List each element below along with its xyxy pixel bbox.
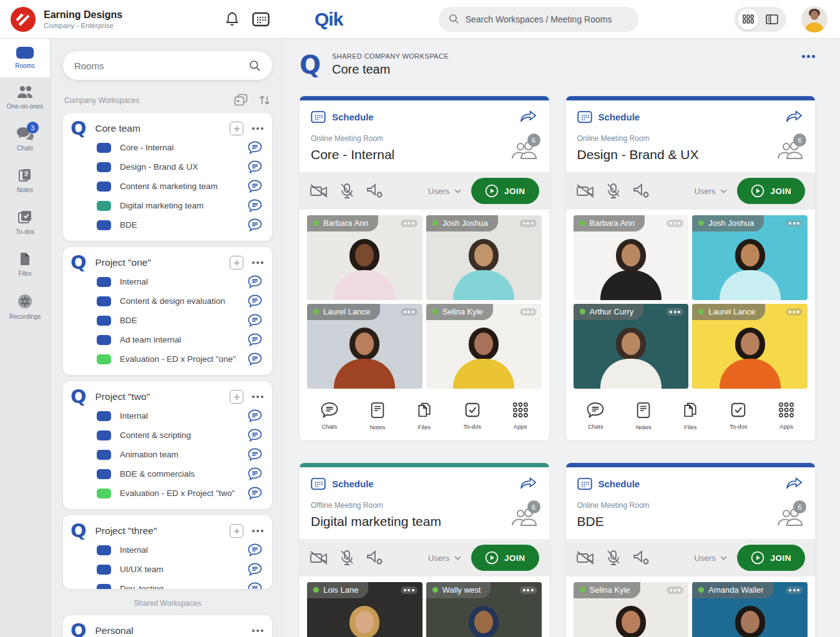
join-button[interactable]: JOIN xyxy=(471,545,539,571)
workspace-name[interactable]: Project "two" xyxy=(95,391,230,402)
room-row[interactable]: BDE & commercials xyxy=(71,464,263,484)
join-button[interactable]: JOIN xyxy=(737,545,805,571)
workspace-header-more-menu[interactable] xyxy=(793,52,815,61)
room-notes-button[interactable]: Notes xyxy=(369,402,385,430)
tile-more-menu[interactable] xyxy=(786,308,803,316)
room-row[interactable]: Internal xyxy=(71,540,263,560)
room-chat-icon[interactable] xyxy=(248,353,262,366)
room-row[interactable]: BDE xyxy=(71,311,263,330)
room-chat-icon[interactable] xyxy=(248,294,262,308)
workspace-more-menu[interactable] xyxy=(243,125,263,132)
add-room-button[interactable] xyxy=(230,390,243,404)
nav-item-one-on-ones[interactable]: One-on-ones xyxy=(0,77,50,118)
room-chat-icon[interactable] xyxy=(248,563,262,576)
room-files-button[interactable]: Files xyxy=(682,402,698,430)
users-dropdown[interactable]: Users xyxy=(428,553,461,563)
schedule-button[interactable]: Schedule xyxy=(311,477,519,490)
room-row[interactable]: Evaluation - ED x Project "one" xyxy=(71,349,263,369)
share-room-icon[interactable] xyxy=(785,476,804,491)
users-dropdown[interactable]: Users xyxy=(695,187,728,196)
mic-off-icon[interactable] xyxy=(606,183,621,199)
workspace-more-menu[interactable] xyxy=(243,393,263,401)
camera-off-icon[interactable] xyxy=(576,550,595,565)
users-dropdown[interactable]: Users xyxy=(428,187,461,196)
tile-more-menu[interactable] xyxy=(401,308,418,316)
add-room-button[interactable] xyxy=(230,524,243,538)
notifications-bell-icon[interactable] xyxy=(225,11,240,27)
room-row[interactable]: Design - Brand & UX xyxy=(71,157,263,177)
tile-more-menu[interactable] xyxy=(520,220,537,227)
workspace-more-menu[interactable] xyxy=(243,627,263,635)
share-room-icon[interactable] xyxy=(785,109,804,124)
room-chats-button[interactable]: Chats xyxy=(320,402,339,430)
nav-item-notes[interactable]: Notes xyxy=(0,160,50,202)
participants-indicator[interactable]: 6 xyxy=(510,507,538,529)
schedule-button[interactable]: Schedule xyxy=(577,110,786,124)
workspace-name[interactable]: Project "three" xyxy=(95,525,230,537)
participants-indicator[interactable]: 6 xyxy=(510,140,538,162)
room-chat-icon[interactable] xyxy=(248,141,262,154)
workspace-name[interactable]: Personal xyxy=(95,625,243,636)
tile-more-menu[interactable] xyxy=(786,220,803,227)
workspace-name[interactable]: Core team xyxy=(95,123,230,134)
camera-off-icon[interactable] xyxy=(310,183,328,198)
participants-indicator[interactable]: 6 xyxy=(776,140,804,162)
room-chat-icon[interactable] xyxy=(248,180,262,193)
grid-view-button[interactable] xyxy=(738,9,759,30)
workspace-more-menu[interactable] xyxy=(243,259,263,266)
tile-more-menu[interactable] xyxy=(786,586,803,594)
users-dropdown[interactable]: Users xyxy=(695,553,728,563)
global-search[interactable]: Search Workspaces / Meeting Rooms xyxy=(439,7,638,32)
room-chat-icon[interactable] xyxy=(248,467,262,480)
room-apps-button[interactable]: Apps xyxy=(512,402,529,430)
tile-more-menu[interactable] xyxy=(520,308,537,316)
nav-item-files[interactable]: Files xyxy=(0,243,50,285)
room-row[interactable]: Internal xyxy=(71,272,263,291)
participants-indicator[interactable]: 6 xyxy=(776,507,804,529)
join-button[interactable]: JOIN xyxy=(737,178,805,204)
room-apps-button[interactable]: Apps xyxy=(778,402,794,430)
mic-off-icon[interactable] xyxy=(339,183,354,199)
room-chat-icon[interactable] xyxy=(248,487,262,500)
tile-more-menu[interactable] xyxy=(520,586,537,594)
camera-off-icon[interactable] xyxy=(576,183,595,198)
speaker-settings-icon[interactable] xyxy=(632,550,651,566)
room-row[interactable]: Content & design evaluation xyxy=(71,291,263,311)
room-row[interactable]: Content & scripting xyxy=(71,425,263,445)
room-row[interactable]: Content & marketing team xyxy=(71,177,263,196)
room-todos-button[interactable]: To-dos xyxy=(464,402,482,430)
meetings-dialer-icon[interactable] xyxy=(252,12,270,27)
add-workspace-icon[interactable] xyxy=(234,94,248,107)
speaker-settings-icon[interactable] xyxy=(366,550,384,566)
tile-more-menu[interactable] xyxy=(667,586,683,594)
rooms-search[interactable] xyxy=(63,51,272,80)
workspace-more-menu[interactable] xyxy=(243,527,263,535)
panel-view-button[interactable] xyxy=(761,9,783,30)
user-avatar[interactable] xyxy=(801,6,828,32)
rooms-search-input[interactable] xyxy=(74,61,249,71)
room-chat-icon[interactable] xyxy=(248,199,262,212)
schedule-button[interactable]: Schedule xyxy=(577,477,786,490)
room-files-button[interactable]: Files xyxy=(416,402,432,430)
room-row[interactable]: Animation team xyxy=(71,445,263,464)
room-row[interactable]: Digital marketing team xyxy=(71,196,263,215)
room-row[interactable]: Evaluation - ED x Project "two" xyxy=(71,484,263,503)
nav-item-recordings[interactable]: Recordings xyxy=(0,285,50,328)
tile-more-menu[interactable] xyxy=(401,586,418,594)
room-chats-button[interactable]: Chats xyxy=(586,402,605,430)
room-row[interactable]: Dev. testing xyxy=(71,579,263,589)
speaker-settings-icon[interactable] xyxy=(632,183,651,199)
room-chat-icon[interactable] xyxy=(248,543,262,557)
add-room-button[interactable] xyxy=(230,256,243,270)
room-chat-icon[interactable] xyxy=(248,218,262,231)
mic-off-icon[interactable] xyxy=(606,550,621,566)
room-todos-button[interactable]: To-dos xyxy=(730,402,748,430)
room-chat-icon[interactable] xyxy=(248,275,262,288)
room-row[interactable]: Core - Internal xyxy=(71,138,263,157)
tile-more-menu[interactable] xyxy=(401,220,418,227)
nav-item-rooms[interactable]: Rooms xyxy=(0,39,50,77)
share-room-icon[interactable] xyxy=(519,109,538,124)
room-chat-icon[interactable] xyxy=(248,429,262,442)
room-chat-icon[interactable] xyxy=(248,314,262,327)
room-notes-button[interactable]: Notes xyxy=(636,402,652,430)
